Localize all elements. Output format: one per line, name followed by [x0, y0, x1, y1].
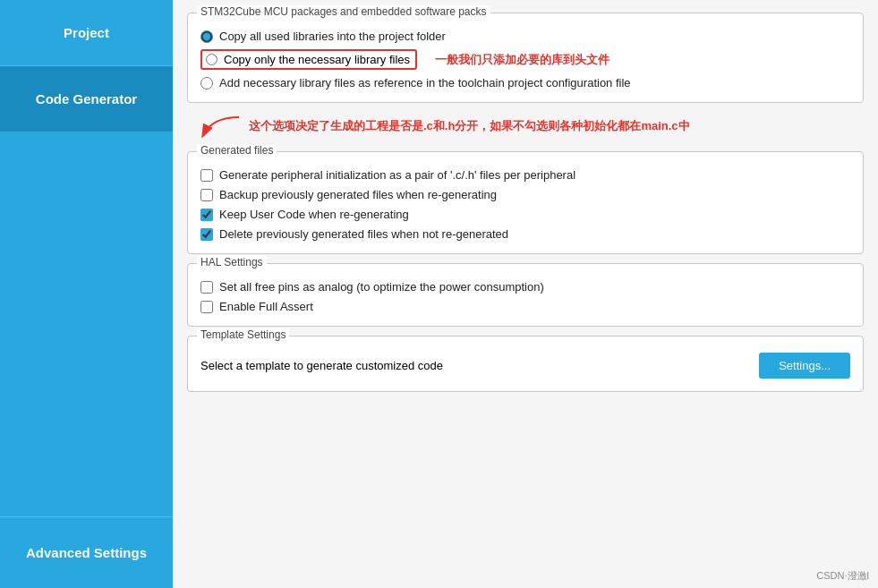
- sidebar-spacer: [0, 132, 173, 516]
- generated-files-title: Generated files: [197, 144, 277, 157]
- checkbox-assert-input[interactable]: [200, 301, 213, 313]
- radio-input-2[interactable]: [206, 54, 217, 65]
- red-arrow-icon: [194, 114, 243, 139]
- checkbox-analog-label: Set all free pins as analog (to optimize…: [219, 280, 544, 294]
- sidebar-item-advanced-settings[interactable]: Advanced Settings: [0, 516, 173, 588]
- template-settings-row: Select a template to generate customized…: [200, 353, 850, 379]
- checkbox-keepuser[interactable]: Keep User Code when re-generating: [200, 208, 850, 221]
- sidebar-project-label: Project: [64, 25, 109, 40]
- checkbox-backup-label: Backup previously generated files when r…: [219, 188, 497, 201]
- stm32-packages-title: STM32Cube MCU packages and embedded soft…: [197, 5, 490, 18]
- stm32-packages-section: STM32Cube MCU packages and embedded soft…: [187, 13, 864, 103]
- checkbox-keepuser-label: Keep User Code when re-generating: [219, 208, 409, 221]
- radio-input-3[interactable]: [200, 77, 213, 89]
- sidebar-code-generator-label: Code Generator: [36, 91, 137, 107]
- radio-label-1: Copy all used libraries into the project…: [219, 30, 446, 43]
- checkbox-delete[interactable]: Delete previously generated files when n…: [200, 227, 850, 241]
- sidebar-advanced-settings-label: Advanced Settings: [26, 545, 147, 560]
- template-settings-title: Template Settings: [197, 328, 289, 341]
- annotation-generated-cn: 这个选项决定了生成的工程是否是.c和.h分开，如果不勾选则各种初始化都在main…: [249, 118, 690, 134]
- checkbox-analog-input[interactable]: [200, 281, 213, 294]
- template-description: Select a template to generate customized…: [200, 359, 443, 372]
- checkbox-assert[interactable]: Enable Full Assert: [200, 300, 850, 313]
- main-content: STM32Cube MCU packages and embedded soft…: [173, 0, 878, 588]
- checkbox-analog[interactable]: Set all free pins as analog (to optimize…: [200, 280, 850, 294]
- hal-settings-content: Set all free pins as analog (to optimize…: [200, 280, 850, 313]
- radio-label-3: Add necessary library files as reference…: [219, 76, 631, 89]
- watermark: CSDN·澄激l: [816, 569, 869, 583]
- generated-files-annotation: 这个选项决定了生成的工程是否是.c和.h分开，如果不勾选则各种初始化都在main…: [187, 112, 864, 142]
- annotation-stm32-cn: 一般我们只添加必要的库到头文件: [435, 52, 609, 68]
- radio-option-2-highlighted[interactable]: Copy only the necessary library files: [200, 49, 417, 70]
- radio-option-1[interactable]: Copy all used libraries into the project…: [200, 30, 850, 43]
- radio-option-3[interactable]: Add necessary library files as reference…: [200, 76, 850, 89]
- checkbox-backup-input[interactable]: [200, 189, 213, 201]
- hal-settings-section: HAL Settings Set all free pins as analog…: [187, 263, 864, 327]
- hal-settings-title: HAL Settings: [197, 256, 267, 268]
- radio-label-2: Copy only the necessary library files: [224, 53, 410, 66]
- checkbox-delete-label: Delete previously generated files when n…: [219, 227, 508, 241]
- checkbox-assert-label: Enable Full Assert: [219, 300, 313, 313]
- generated-files-content: Generate peripheral initialization as a …: [200, 168, 850, 241]
- radio-input-1[interactable]: [200, 30, 213, 43]
- template-settings-section: Template Settings Select a template to g…: [187, 336, 864, 392]
- sidebar-item-code-generator[interactable]: Code Generator: [0, 66, 173, 132]
- checkbox-peripheral[interactable]: Generate peripheral initialization as a …: [200, 168, 850, 182]
- settings-button[interactable]: Settings...: [759, 353, 850, 379]
- checkbox-peripheral-label: Generate peripheral initialization as a …: [219, 168, 575, 182]
- checkbox-keepuser-input[interactable]: [200, 209, 213, 221]
- stm32-packages-content: Copy all used libraries into the project…: [200, 30, 850, 89]
- sidebar: Project Code Generator Advanced Settings: [0, 0, 173, 588]
- checkbox-peripheral-input[interactable]: [200, 169, 213, 182]
- checkbox-delete-input[interactable]: [200, 228, 213, 241]
- sidebar-item-project[interactable]: Project: [0, 0, 173, 66]
- generated-files-section: Generated files Generate peripheral init…: [187, 151, 864, 254]
- checkbox-backup[interactable]: Backup previously generated files when r…: [200, 188, 850, 201]
